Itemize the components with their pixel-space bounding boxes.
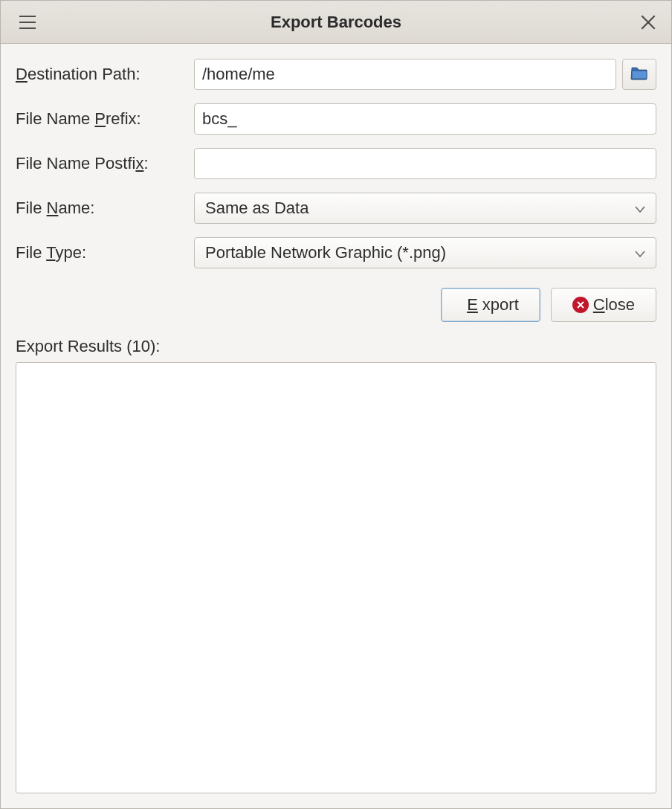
browse-button[interactable] [622,59,656,90]
folder-icon [630,65,648,84]
export-results-list[interactable] [16,362,656,793]
file-name-label: File Name: [16,199,194,218]
file-name-prefix-row: File Name Prefix: [16,103,656,135]
destination-path-row: Destination Path: [16,59,656,90]
file-type-label: File Type: [16,243,194,262]
chevron-down-icon [635,200,645,217]
file-name-row: File Name: Same as Data [16,193,656,224]
export-results-label: Export Results (10): [16,337,656,356]
file-name-postfix-label: File Name Postfix: [16,154,194,173]
window-title: Export Barcodes [1,13,671,32]
file-type-select[interactable]: Portable Network Graphic (*.png) [194,237,656,268]
dialog-body: Destination Path: File Name Prefix: File… [1,44,671,808]
menu-button[interactable] [11,6,44,39]
file-name-select[interactable]: Same as Data [194,193,656,224]
export-button[interactable]: Export [441,288,540,322]
window-close-button[interactable] [639,13,658,32]
close-icon [639,13,658,32]
file-type-row: File Type: Portable Network Graphic (*.p… [16,237,656,268]
file-name-prefix-input[interactable] [194,103,656,135]
file-name-prefix-label: File Name Prefix: [16,109,194,129]
destination-path-label: Destination Path: [16,65,194,84]
close-circle-icon [572,297,589,313]
titlebar: Export Barcodes [1,1,671,44]
file-name-postfix-input[interactable] [194,148,656,179]
close-button[interactable]: Close [551,288,656,322]
button-row: Export Close [16,288,656,322]
export-barcodes-dialog: Export Barcodes Destination Path: File N… [0,0,672,809]
destination-path-input[interactable] [194,59,616,90]
file-type-select-value: Portable Network Graphic (*.png) [205,243,635,262]
chevron-down-icon [635,245,645,262]
file-name-postfix-row: File Name Postfix: [16,148,656,179]
file-name-select-value: Same as Data [205,199,635,218]
